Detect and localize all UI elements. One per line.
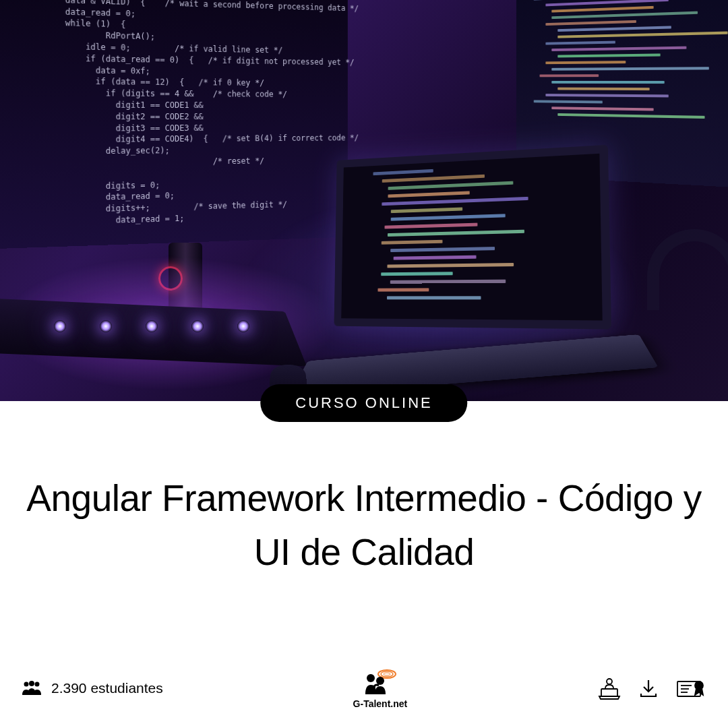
course-title: Angular Framework Intermedio - Código y … [0,472,728,580]
keyboard [0,299,307,366]
students-count-label: 2.390 estudiantes [51,680,163,696]
monitor-left: delay_sec(1); data & VALID) { /* wait a … [0,0,348,249]
brand-logo-icon [361,667,399,697]
download-icon [636,676,661,700]
brand-logo: G-Talent.net [353,667,408,709]
certificate-icon [675,676,706,700]
svg-point-7 [376,677,384,685]
badge-label: CURSO ONLINE [295,394,432,411]
hero-code-snippet: delay_sec(1); data & VALID) { /* wait a … [65,0,359,228]
headphones [647,229,728,310]
svg-point-8 [607,679,612,684]
svg-point-1 [29,681,34,686]
laptop-user-icon [597,676,621,700]
brand-name: G-Talent.net [353,698,408,709]
course-badge: CURSO ONLINE [260,384,467,422]
students-count: 2.390 estudiantes [22,680,163,696]
svg-point-4 [381,671,393,677]
feature-icons [597,676,706,700]
hero-image: delay_sec(1); data & VALID) { /* wait a … [0,0,728,401]
monitor-stand [169,243,202,317]
laptop [334,145,611,330]
svg-point-5 [384,673,390,675]
svg-rect-9 [601,689,617,696]
svg-point-16 [698,684,700,686]
svg-point-2 [35,682,40,687]
svg-point-0 [24,682,29,687]
svg-point-6 [367,674,375,682]
students-icon [22,680,42,696]
footer: 2.390 estudiantes G-Talent.net [0,667,728,709]
